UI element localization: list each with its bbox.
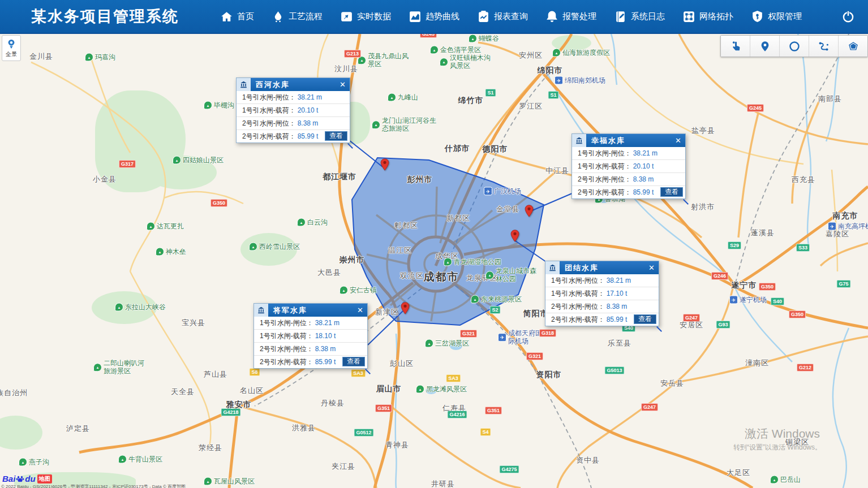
road-shield: S1: [485, 89, 496, 97]
county-label: 资中县: [576, 455, 600, 465]
scenic-spot-label: ▲ 西岭雪山景区: [249, 243, 300, 251]
map-copyright: © 2022 Baidu - GS(2021)6026号 - 甲测资字11111…: [1, 483, 186, 488]
road-shield: S40: [771, 297, 784, 305]
close-icon[interactable]: ✕: [644, 261, 659, 274]
county-label: 金川县: [29, 51, 53, 62]
county-label: 名山区: [240, 386, 264, 396]
airplane-icon: ✈: [729, 296, 738, 304]
scenic-pin-icon: ▲: [552, 49, 561, 57]
reservoir-marker-pin[interactable]: [510, 230, 519, 242]
popup-title: 幸福水库: [586, 136, 671, 146]
city-label: 成都市: [424, 270, 459, 284]
road-shield: G246: [711, 272, 728, 280]
panorama-control[interactable]: 全景: [2, 35, 21, 61]
popup-body: 查看 1号引水闸-闸位：38.21 m1号引水闸-载荷：17.10 t2号引水闸…: [545, 274, 659, 326]
marker-tool[interactable]: [750, 36, 780, 57]
alarm-bell-icon: [545, 10, 559, 24]
nav-item-system-log[interactable]: 系统日志: [613, 10, 665, 24]
scenic-spot-label: ▲ 茂县九鼎山风景区: [358, 53, 409, 68]
county-label: 中江县: [545, 166, 569, 176]
gate-data-row: 1号引水闸-载荷：17.10 t: [545, 287, 659, 300]
county-label: 新都区: [446, 213, 470, 223]
view-button[interactable]: 查看: [342, 357, 365, 366]
county-label: 小金县: [93, 174, 117, 184]
app-title: 某水务项目管理系统: [31, 6, 179, 27]
reservoir-marker-pin[interactable]: [401, 302, 410, 314]
scenic-pin-icon: ▲: [430, 46, 439, 54]
top-navbar: 某水务项目管理系统 首页 工艺流程 实时数据 趋势曲线 报表查询 报警处理 系统…: [0, 0, 868, 34]
nav-item-process-flow[interactable]: 工艺流程: [271, 10, 323, 24]
gate-data-row: 2号引水闸-闸位：8.38 m: [237, 117, 350, 130]
popup-body: 查看 1号引水闸-闸位：38.21 m1号引水闸-载荷：18.10 t2号引水闸…: [254, 317, 367, 368]
nav-item-home[interactable]: 首页: [220, 10, 254, 24]
reservoir-marker-pin[interactable]: [525, 205, 534, 217]
scenic-pin-icon: ▲: [471, 295, 479, 304]
view-button[interactable]: 查看: [660, 187, 683, 197]
popup-header: 将军水库 ✕: [254, 304, 367, 317]
scenic-pin-icon: ▲: [156, 248, 164, 256]
county-label: 西充县: [792, 175, 815, 185]
close-icon[interactable]: ✕: [353, 304, 367, 317]
airplane-icon: ✈: [498, 334, 506, 342]
pan-hand-tool[interactable]: [721, 36, 750, 57]
popup-xihe-reservoir: 西河水库 ✕ 查看 1号引水闸-闸位：38.21 m1号引水闸-载荷：20.10…: [236, 77, 350, 143]
road-shield: G351: [375, 404, 392, 412]
scenic-pin-icon: ▲: [416, 385, 424, 394]
county-label: 温江区: [388, 245, 412, 256]
county-label: 洪雅县: [292, 423, 316, 433]
road-shield: G75: [836, 280, 850, 288]
gate-data-row: 1号引水闸-闸位：38.21 m: [237, 91, 350, 104]
scenic-spot-label: ▲ 燕子沟: [19, 458, 49, 467]
airport-label: ✈ 广汉机场: [484, 187, 521, 196]
county-label: 泸定县: [66, 424, 90, 434]
city-label: 彭州市: [407, 175, 433, 185]
county-label: 甘孜藏族自治州: [0, 388, 28, 398]
nav-item-trend-curve[interactable]: 趋势曲线: [408, 10, 459, 24]
reservoir-building-icon: [545, 261, 560, 274]
circle-tool[interactable]: [780, 36, 809, 57]
scenic-pin-icon: ▲: [85, 53, 93, 62]
gate-data-row: 1号引水闸-载荷：20.10 t: [237, 104, 350, 117]
county-label: 射洪市: [691, 202, 715, 212]
popup-tuanjie-reservoir: 团结水库 ✕ 查看 1号引水闸-闸位：38.21 m1号引水闸-载荷：17.10…: [545, 261, 659, 326]
airplane-icon: ✈: [555, 76, 563, 85]
county-label: 宝兴县: [182, 318, 205, 328]
scenic-pin-icon: ▲: [388, 93, 396, 102]
road-shield: S1: [548, 91, 558, 99]
panorama-label: 全景: [6, 50, 17, 58]
county-label: 大邑县: [317, 267, 341, 278]
county-label: 新津区: [375, 307, 399, 317]
view-button[interactable]: 查看: [634, 314, 656, 324]
close-icon[interactable]: ✕: [671, 134, 685, 147]
view-button[interactable]: 查看: [325, 131, 347, 141]
airplane-icon: ✈: [828, 222, 836, 231]
road-shield: G4275: [499, 465, 519, 473]
polyline-tool[interactable]: [809, 36, 839, 57]
reservoir-building-icon: [254, 304, 268, 317]
scenic-spot-label: ▲ 金色清平景区: [430, 46, 481, 54]
popup-title: 西河水库: [251, 80, 336, 90]
scenic-spot-label: ▲ 达瓦更扎: [147, 222, 184, 231]
logo-text: du: [25, 474, 35, 483]
logout-power-button[interactable]: [841, 9, 856, 24]
gate-data-row: 1号引水闸-闸位：38.21 m: [572, 147, 685, 160]
baidu-paw-icon: [16, 474, 24, 483]
nav-item-permission-management[interactable]: 权限管理: [750, 10, 802, 24]
road-shield: G4216: [447, 411, 467, 418]
road-shield: G350: [789, 310, 806, 318]
city-label: 绵竹市: [458, 96, 484, 106]
road-shield: G247: [683, 314, 700, 322]
scenic-spot-label: ▲ 玛嘉沟: [85, 53, 115, 62]
polygon-tool[interactable]: [839, 36, 867, 57]
trend-curve-icon: [408, 10, 422, 24]
county-label: 罗江区: [519, 101, 543, 111]
reservoir-marker-pin[interactable]: [380, 158, 389, 171]
nav-item-alarm-handling[interactable]: 报警处理: [545, 10, 596, 24]
scenic-pin-icon: ▲: [425, 339, 433, 348]
nav-item-realtime-data[interactable]: 实时数据: [340, 10, 391, 24]
nav-item-report-query[interactable]: 报表查询: [476, 10, 528, 24]
gate-data-row: 2号引水闸-闸位：8.38 m: [545, 300, 659, 313]
gate-data-row: 2号引水闸-闸位：8.38 m: [572, 173, 685, 186]
close-icon[interactable]: ✕: [336, 78, 350, 91]
nav-item-network-topology[interactable]: 网络拓扑: [682, 10, 733, 24]
